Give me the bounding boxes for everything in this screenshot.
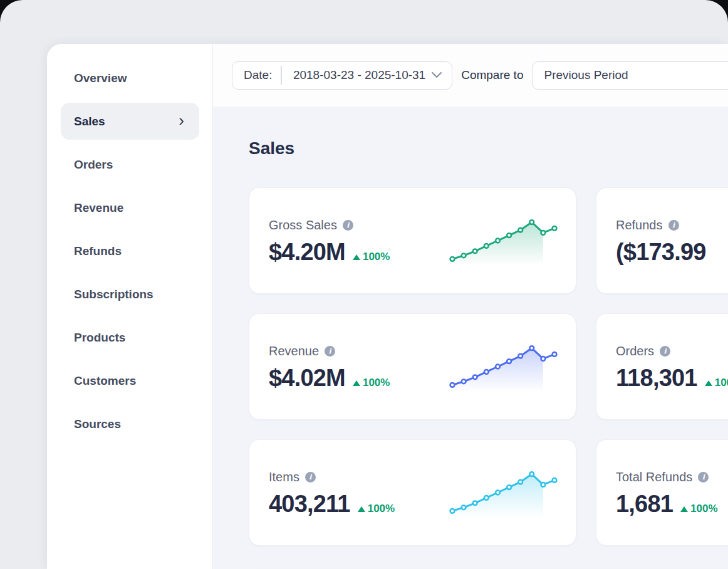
metric-value: ($173.99 bbox=[616, 239, 706, 266]
metric-label: Revenue bbox=[269, 344, 319, 358]
metric-card-text: Ordersi118,301100% bbox=[616, 344, 728, 392]
metric-card-revenue: Revenuei$4.02M100% bbox=[249, 313, 576, 420]
sidebar-item-sales[interactable]: Sales› bbox=[61, 103, 199, 140]
sidebar-row: Orders bbox=[47, 143, 212, 186]
triangle-up-icon bbox=[680, 506, 688, 512]
sidebar-row: Products bbox=[47, 316, 212, 359]
metric-cards-grid: Gross Salesi$4.20M100%Refundsi($173.99Re… bbox=[249, 187, 728, 546]
sidebar-row: Sales› bbox=[47, 100, 212, 143]
sidebar-row: Customers bbox=[47, 359, 212, 402]
filter-toolbar: Date: 2018-03-23 - 2025-10-31 Compare to… bbox=[213, 44, 728, 107]
metric-value-row: ($173.99 bbox=[616, 239, 706, 266]
date-range-value: 2018-03-23 - 2025-10-31 bbox=[293, 68, 425, 82]
metric-value: $4.02M bbox=[269, 365, 345, 392]
divider bbox=[281, 66, 282, 85]
metric-card-text: Itemsi403,211100% bbox=[269, 470, 395, 518]
page-title: Sales bbox=[249, 137, 728, 160]
metric-label: Orders bbox=[616, 344, 654, 358]
triangle-up-icon bbox=[358, 506, 365, 512]
metric-label-row: Gross Salesi bbox=[269, 218, 390, 232]
sidebar-item-label: Sales bbox=[74, 115, 105, 128]
compare-period-select[interactable]: Previous Period bbox=[532, 61, 728, 90]
metric-card-total-refunds: Total Refundsi1,681100% bbox=[596, 439, 728, 546]
info-icon[interactable]: i bbox=[660, 346, 670, 357]
sidebar-row: Revenue bbox=[47, 186, 212, 229]
metric-label: Items bbox=[269, 470, 299, 484]
delta-value: 100% bbox=[363, 377, 390, 389]
compare-period-value: Previous Period bbox=[544, 68, 628, 82]
info-icon[interactable]: i bbox=[343, 220, 353, 231]
chevron-right-icon: › bbox=[179, 112, 184, 128]
content-panel: OverviewSales›OrdersRevenueRefundsSubscr… bbox=[47, 44, 728, 569]
sidebar-item-overview[interactable]: Overview bbox=[74, 71, 127, 85]
date-label: Date: bbox=[244, 68, 272, 82]
metric-label-row: Itemsi bbox=[269, 470, 395, 484]
sidebar-item-refunds[interactable]: Refunds bbox=[74, 244, 122, 258]
sidebar-row: Refunds bbox=[47, 229, 212, 273]
date-range-select[interactable]: Date: 2018-03-23 - 2025-10-31 bbox=[232, 61, 452, 90]
metric-label: Gross Sales bbox=[269, 218, 337, 232]
delta-value: 100% bbox=[690, 503, 717, 515]
sidebar-row: Sources bbox=[47, 402, 212, 446]
compare-to-label: Compare to bbox=[461, 68, 523, 82]
sidebar-row: Overview bbox=[47, 56, 212, 100]
delta-value: 100% bbox=[368, 503, 395, 515]
metric-label-row: Total Refundsi bbox=[616, 470, 718, 484]
metric-label-row: Refundsi bbox=[616, 218, 706, 232]
metric-value-row: $4.02M100% bbox=[269, 365, 390, 392]
metric-label-row: Revenuei bbox=[269, 344, 390, 358]
metric-label: Refunds bbox=[616, 218, 663, 232]
triangle-up-icon bbox=[353, 254, 360, 260]
metric-value-row: $4.20M100% bbox=[269, 239, 390, 266]
metric-card-gross-sales: Gross Salesi$4.20M100% bbox=[249, 187, 576, 294]
metric-value-row: 1,681100% bbox=[616, 491, 718, 518]
delta-badge: 100% bbox=[353, 377, 390, 389]
delta-badge: 100% bbox=[353, 251, 390, 263]
sidebar-row: Subscriptions bbox=[47, 273, 212, 316]
sidebar-item-orders[interactable]: Orders bbox=[74, 158, 113, 172]
metric-value: 118,301 bbox=[616, 365, 697, 392]
triangle-up-icon bbox=[353, 380, 360, 386]
metric-value: 1,681 bbox=[616, 491, 673, 518]
metric-label: Total Refunds bbox=[616, 470, 692, 484]
metric-card-refunds: Refundsi($173.99 bbox=[596, 187, 728, 294]
metric-value-row: 118,301100% bbox=[616, 365, 728, 392]
info-icon[interactable]: i bbox=[668, 220, 679, 231]
info-icon[interactable]: i bbox=[325, 346, 335, 357]
sidebar-item-customers[interactable]: Customers bbox=[74, 374, 136, 388]
chevron-down-icon bbox=[432, 72, 442, 78]
delta-value: 100% bbox=[363, 251, 390, 263]
delta-value: 100% bbox=[715, 377, 728, 389]
metric-value: 403,211 bbox=[269, 491, 350, 518]
delta-badge: 100% bbox=[680, 503, 717, 515]
metric-card-items: Itemsi403,211100% bbox=[249, 439, 576, 546]
delta-badge: 100% bbox=[358, 503, 395, 515]
main-content: Sales Gross Salesi$4.20M100%Refundsi($17… bbox=[213, 107, 728, 569]
sparkline-chart bbox=[449, 340, 558, 393]
metric-value: $4.20M bbox=[269, 239, 345, 266]
sidebar-item-revenue[interactable]: Revenue bbox=[74, 201, 123, 215]
sparkline-chart bbox=[449, 466, 558, 519]
info-icon[interactable]: i bbox=[698, 472, 709, 483]
sidebar-item-sources[interactable]: Sources bbox=[74, 417, 121, 431]
metric-value-row: 403,211100% bbox=[269, 491, 395, 518]
sidebar: OverviewSales›OrdersRevenueRefundsSubscr… bbox=[47, 44, 213, 569]
sidebar-item-products[interactable]: Products bbox=[74, 331, 125, 345]
delta-badge: 100% bbox=[705, 377, 728, 389]
metric-label-row: Ordersi bbox=[616, 344, 728, 358]
metric-card-orders: Ordersi118,301100% bbox=[596, 313, 728, 420]
metric-card-text: Refundsi($173.99 bbox=[616, 218, 706, 266]
info-icon[interactable]: i bbox=[305, 472, 316, 483]
app-window: OverviewSales›OrdersRevenueRefundsSubscr… bbox=[0, 0, 728, 569]
sparkline-chart bbox=[449, 214, 558, 267]
metric-card-text: Gross Salesi$4.20M100% bbox=[269, 218, 390, 266]
sidebar-item-subscriptions[interactable]: Subscriptions bbox=[74, 288, 153, 301]
metric-card-text: Revenuei$4.02M100% bbox=[269, 344, 390, 392]
metric-card-text: Total Refundsi1,681100% bbox=[616, 470, 718, 518]
triangle-up-icon bbox=[705, 380, 712, 386]
